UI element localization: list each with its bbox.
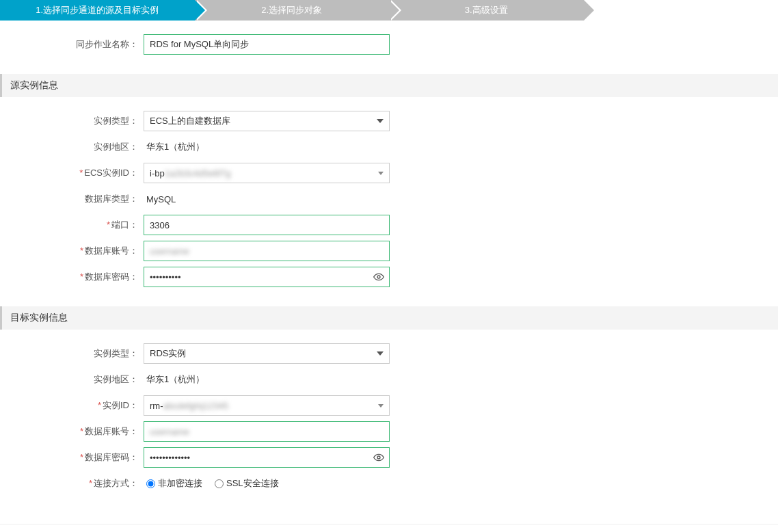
wizard-steps: 1.选择同步通道的源及目标实例 2.选择同步对象 3.高级设置	[0, 0, 778, 21]
source-db-type-value: MySQL	[144, 194, 390, 204]
required-mark: *	[80, 426, 83, 436]
target-region-label: 实例地区：	[0, 373, 144, 386]
source-db-user-input[interactable]: username	[150, 246, 189, 256]
source-db-type-label: 数据库类型：	[0, 193, 144, 205]
source-section: 实例类型： ECS上的自建数据库 实例地区： 华东1（杭州） *ECS实例ID：…	[0, 97, 778, 298]
target-section-header: 目标实例信息	[0, 306, 778, 330]
step-3[interactable]: 3.高级设置	[389, 0, 584, 21]
target-instance-type-label: 实例类型：	[0, 347, 144, 360]
source-port-input[interactable]	[144, 215, 390, 235]
source-ecs-id-label: *ECS实例ID：	[0, 167, 144, 179]
target-instance-id-select[interactable]: rm-abcdefghij12345	[144, 395, 390, 416]
target-region-value: 华东1（杭州）	[144, 373, 390, 386]
required-mark: *	[80, 452, 83, 462]
svg-point-0	[377, 276, 380, 278]
job-name-input[interactable]	[144, 34, 390, 55]
source-db-pass-label: *数据库密码：	[0, 271, 144, 283]
step-4	[584, 0, 779, 21]
source-region-label: 实例地区：	[0, 141, 144, 153]
target-instance-id-value: rm-abcdefghij12345	[150, 401, 228, 411]
chevron-down-icon	[377, 351, 384, 356]
chevron-down-icon	[378, 404, 384, 408]
target-db-user-input[interactable]: username	[150, 427, 189, 437]
source-instance-type-value: ECS上的自建数据库	[150, 115, 230, 127]
step-2[interactable]: 2.选择同步对象	[195, 0, 390, 21]
target-db-user-label: *数据库账号：	[0, 425, 144, 438]
source-ecs-id-select[interactable]: i-bp1a2b3c4d5e6f7g	[144, 163, 390, 183]
required-mark: *	[98, 400, 101, 410]
conn-mode-ssl[interactable]: SSL安全连接	[215, 477, 279, 490]
svg-point-1	[377, 456, 380, 459]
job-name-area: 同步作业名称：	[0, 21, 778, 66]
source-db-pass-input[interactable]	[144, 267, 390, 287]
source-region-value: 华东1（杭州）	[144, 141, 390, 153]
target-instance-id-label: *实例ID：	[0, 399, 144, 412]
conn-mode-non-encrypted[interactable]: 非加密连接	[146, 477, 202, 490]
target-db-pass-label: *数据库密码：	[0, 451, 144, 464]
chevron-down-icon	[378, 172, 384, 175]
source-instance-type-select[interactable]: ECS上的自建数据库	[144, 111, 390, 131]
target-section: 实例类型： RDS实例 实例地区： 华东1（杭州） *实例ID： rm-abcd…	[0, 330, 778, 505]
target-db-pass-input[interactable]	[144, 447, 390, 468]
job-name-label: 同步作业名称：	[0, 38, 144, 51]
source-ecs-id-value: i-bp1a2b3c4d5e6f7g	[150, 168, 231, 178]
required-mark: *	[80, 271, 83, 282]
source-instance-type-label: 实例类型：	[0, 115, 144, 127]
required-mark: *	[79, 168, 83, 178]
target-conn-mode-label: *连接方式：	[0, 477, 144, 490]
source-db-user-label: *数据库账号：	[0, 245, 144, 257]
source-port-label: *端口：	[0, 219, 144, 231]
eye-icon[interactable]	[373, 271, 384, 282]
required-mark: *	[107, 220, 110, 230]
target-instance-type-select[interactable]: RDS实例	[144, 343, 390, 364]
required-mark: *	[80, 245, 83, 256]
conn-mode-ssl-radio[interactable]	[215, 479, 224, 488]
source-section-header: 源实例信息	[0, 74, 778, 97]
chevron-down-icon	[377, 119, 384, 123]
required-mark: *	[89, 478, 92, 488]
conn-mode-radio-group: 非加密连接 SSL安全连接	[144, 477, 390, 490]
conn-mode-non-encrypted-radio[interactable]	[146, 479, 155, 488]
step-1[interactable]: 1.选择同步通道的源及目标实例	[0, 0, 195, 21]
footer-actions: 取消 授权白名单并进入下一步	[0, 524, 778, 532]
eye-icon[interactable]	[373, 452, 384, 463]
target-instance-type-value: RDS实例	[150, 347, 186, 360]
